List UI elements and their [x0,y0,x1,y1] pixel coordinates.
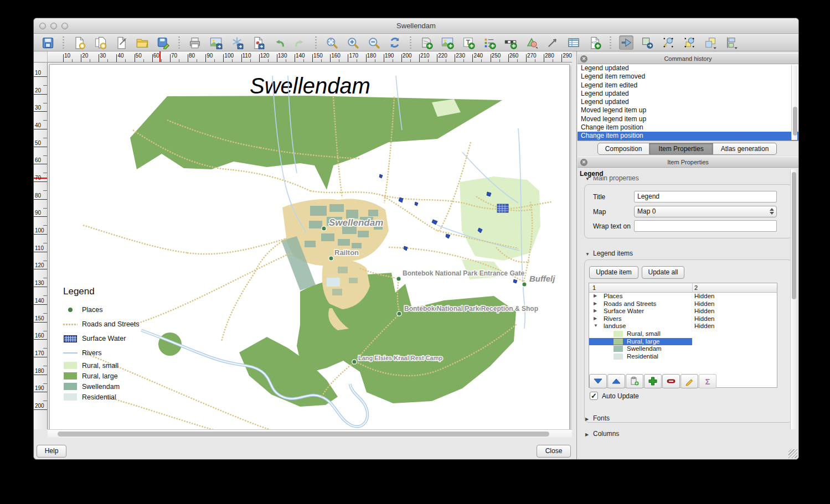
new-composition-icon[interactable] [72,35,86,50]
legend-tree-row[interactable]: ▼landuseHidden [589,323,777,330]
export-pdf-icon[interactable] [251,35,265,50]
add-image-icon[interactable] [440,35,455,50]
title-field[interactable]: Legend [634,191,777,202]
legend-tree-row[interactable]: ▶RiversHidden [589,315,777,323]
layer-swatch [614,331,623,337]
count-features-button[interactable]: Σ [699,374,716,388]
horizontal-scrollbar-thumb[interactable] [58,432,549,437]
add-item-button[interactable] [644,374,662,388]
help-button[interactable]: Help [37,445,66,458]
expanded-arrow-icon[interactable]: ▼ [594,323,598,328]
wrap-text-field[interactable] [634,220,777,232]
update-item-button[interactable]: Update item [589,266,638,279]
add-legend-icon[interactable] [482,35,497,50]
open-icon[interactable] [135,35,149,50]
tab-item-properties[interactable]: Item Properties [649,143,713,155]
legend-tree-row[interactable]: Rural, small [589,330,777,338]
export-image-icon[interactable] [209,35,223,50]
tab-atlas-generation[interactable]: Atlas generation [713,143,777,155]
legend-tree-row[interactable]: Swellendam [589,345,777,353]
edit-nodes-icon[interactable] [661,35,676,50]
legend-tree-row[interactable]: Rural, large [589,338,777,346]
group-items-icon[interactable] [703,35,718,50]
save-as-icon[interactable] [156,35,171,50]
ruler-minor-tick [72,59,73,62]
zoom-full-icon[interactable] [324,35,339,50]
history-item[interactable]: Legend item removed [578,72,798,81]
add-shape-icon[interactable] [524,35,539,50]
edit-item-button[interactable] [681,374,698,388]
close-panel-icon[interactable]: ✕ [580,55,587,63]
map-select[interactable]: Map 0 [634,206,777,217]
composition-page[interactable]: Swellendam [49,64,570,429]
remove-item-button[interactable] [662,374,680,388]
section-main-properties[interactable]: ▼Main properties [585,176,639,183]
edit-nodes-alt-icon[interactable] [682,35,697,50]
scrollbar-thumb[interactable] [793,107,797,136]
collapsed-arrow-icon[interactable]: ▶ [594,301,597,306]
bottom-bar: Help Close [34,438,576,460]
add-group-button[interactable] [626,374,643,388]
history-item[interactable]: Moved legend item up [578,106,798,115]
window-resize-grip[interactable] [788,449,797,458]
close-button[interactable]: Close [537,445,571,458]
ruler-tick [259,54,260,62]
composer-canvas[interactable]: Swellendam [48,63,572,429]
command-history-list[interactable]: Legend updatedLegend item removedLegend … [578,64,798,141]
auto-update-checkbox[interactable]: ✓ [590,392,598,400]
add-map-icon[interactable] [419,35,434,50]
undo-icon[interactable] [272,35,286,50]
history-item[interactable]: Legend updated [578,64,798,72]
history-item[interactable]: Legend updated [578,98,798,106]
add-scalebar-icon[interactable] [503,35,518,50]
history-item[interactable]: Change item position [578,132,798,140]
add-html-icon[interactable]: </> [587,35,602,50]
map-label-railton: Railton [334,248,359,257]
horizontal-scrollbar[interactable] [48,429,572,438]
legend-tree-row[interactable]: ▶PlacesHidden [589,293,777,300]
zoom-out-icon[interactable] [367,35,381,50]
refresh-icon[interactable] [388,35,402,50]
composer-manager-icon[interactable] [114,35,128,50]
align-items-icon[interactable] [724,35,739,50]
add-arrow-icon[interactable] [545,35,560,50]
legend-tree-row[interactable]: Residential [589,353,777,361]
collapsed-arrow-icon[interactable]: ▶ [594,308,597,313]
collapsed-arrow-icon[interactable]: ▶ [594,293,597,298]
ruler-tick [277,54,277,62]
move-item-up-button[interactable] [607,374,625,388]
print-icon[interactable] [188,35,202,50]
history-item[interactable]: Change item position [578,123,798,132]
section-fonts[interactable]: ▶Fonts [585,414,610,422]
zoom-in-icon[interactable] [346,35,360,50]
map-legend[interactable]: Legend PlacesRoads and StreetsSurface Wa… [63,286,190,402]
history-item[interactable]: Legend updated [578,90,798,98]
update-all-button[interactable]: Update all [642,266,684,279]
section-legend-items[interactable]: ▼Legend items [585,250,633,257]
ruler-tick-label: 140 [296,53,305,59]
add-label-icon[interactable]: T [461,35,476,50]
ruler-minor-tick [321,59,322,62]
history-item[interactable]: Moved legend item up [578,115,798,123]
move-item-down-button[interactable] [589,374,607,388]
duplicate-composition-icon[interactable] [93,35,107,50]
map-legend-item: Rural, large [63,371,190,381]
tab-composition[interactable]: Composition [597,143,649,155]
scrollbar-thumb[interactable] [792,172,796,299]
add-attribute-table-icon[interactable] [566,35,581,50]
collapsed-arrow-icon[interactable]: ▶ [594,316,597,321]
move-item-content-icon[interactable] [640,35,654,50]
legend-tree-row[interactable]: ▶Surface WaterHidden [589,308,777,315]
titlebar[interactable]: Swellendam [34,18,798,34]
export-svg-icon[interactable] [230,35,244,50]
legend-items-tree[interactable]: 1 2 ▶PlacesHidden▶Roads and StreetsHidde… [589,283,777,388]
close-panel-icon[interactable]: ✕ [580,159,587,166]
item-properties-scrollbar[interactable] [790,169,796,429]
redo-icon[interactable] [293,35,307,50]
history-item[interactable]: Legend item edited [578,81,798,90]
legend-tree-row[interactable]: ▶Roads and StreetsHidden [589,300,777,308]
save-icon[interactable] [40,35,55,50]
section-columns[interactable]: ▶Columns [585,430,619,438]
command-history-scrollbar[interactable] [791,65,797,140]
select-move-item-icon[interactable] [619,35,633,50]
